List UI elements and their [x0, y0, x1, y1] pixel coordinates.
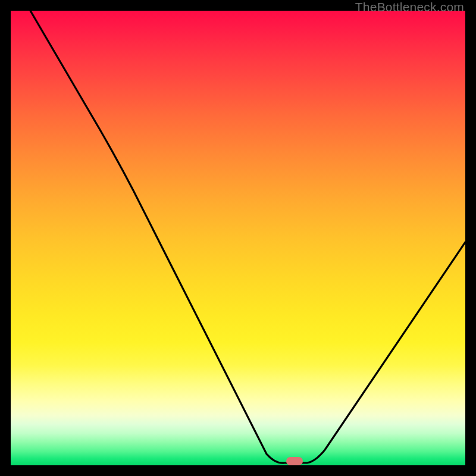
chart-frame: TheBottleneck.com	[0, 0, 476, 476]
optimum-marker	[286, 457, 303, 465]
curve-layer	[11, 11, 465, 465]
bottleneck-curve	[30, 11, 465, 463]
watermark-text: TheBottleneck.com	[355, 0, 464, 14]
plot-area	[11, 11, 465, 465]
